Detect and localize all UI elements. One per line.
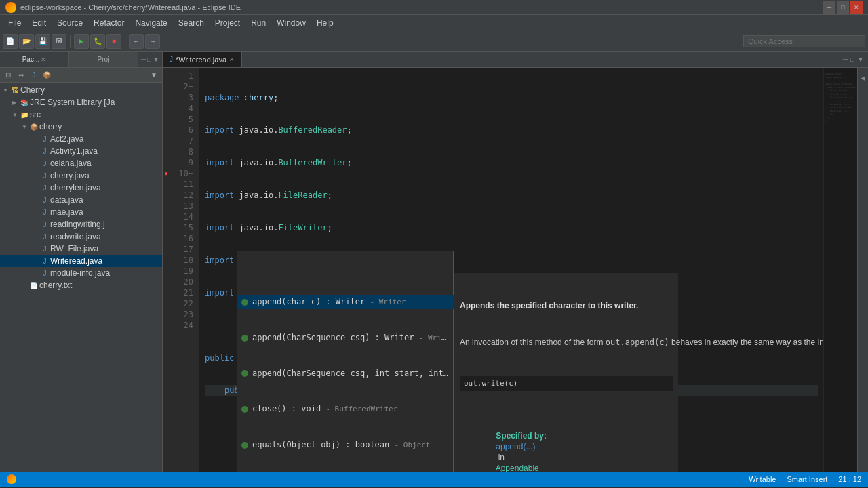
main-layout: Pac... ✕ Proj ─ □ ▼ ⊟ ⇔ J 📦 ▼ ▼ 🏗 Cherry <box>0 52 868 472</box>
toolbar-sep1 <box>70 35 71 48</box>
doc-code-example: out.write(c) <box>460 376 673 391</box>
menu-help[interactable]: Help <box>311 17 339 29</box>
tree-item-readingwriting[interactable]: J readingwriting.j <box>0 218 162 230</box>
save-button[interactable]: 💾 <box>35 34 50 49</box>
menu-navigate[interactable]: Navigate <box>130 17 172 29</box>
title-bar: eclipse-workspace - Cherry/src/cherry/Wr… <box>0 0 868 15</box>
open-button[interactable]: 📂 <box>19 34 34 49</box>
tab-close-icon[interactable]: ✕ <box>229 56 235 63</box>
tab-icon: J <box>170 56 173 63</box>
tree-item-readwrite[interactable]: J readwrite.java <box>0 230 162 243</box>
sidebar-minimize-icon[interactable]: ─ <box>141 56 146 63</box>
smart-insert-status: Smart Insert <box>787 475 827 483</box>
editor-content: ● 1 2─ 3 4 5 6 7 8 9 10─ 11 12 13 14 15 … <box>163 68 868 472</box>
autocomplete-list: append(char c) : Writer - Writer append(… <box>237 273 454 472</box>
tree-item-cherrylen[interactable]: J cherrylen.java <box>0 182 162 194</box>
tree-item-celana[interactable]: J celana.java <box>0 157 162 169</box>
status-bar-left <box>7 474 16 484</box>
next-button[interactable]: → <box>145 34 160 49</box>
menu-run[interactable]: Run <box>245 17 271 29</box>
sidebar-view-icon[interactable]: ▼ <box>149 70 159 81</box>
menu-file[interactable]: File <box>3 17 26 29</box>
tree-item-module-info[interactable]: J module-info.java <box>0 267 162 279</box>
ac-item-2[interactable]: append(CharSequence csq, int start, int … <box>237 367 454 380</box>
error-marker: ● <box>163 168 172 179</box>
tree-item-cherry-root[interactable]: ▼ 🏗 Cherry <box>0 84 162 96</box>
editor-tabs: J *Writeread.java ✕ ─ □ ▼ <box>163 52 868 68</box>
code-area[interactable]: package cherry; import java.io.BufferedR… <box>199 68 823 472</box>
tree-item-act2[interactable]: J Act2.java <box>0 133 162 145</box>
right-panel-expand[interactable]: ◀ <box>859 73 868 83</box>
toolbar-sep2 <box>125 35 125 48</box>
left-gutter: ● <box>163 68 172 472</box>
ac-item-4[interactable]: equals(Object obj) : boolean - Object <box>237 438 454 452</box>
ac-item-0[interactable]: append(char c) : Writer - Writer <box>237 295 454 309</box>
editor-area: J *Writeread.java ✕ ─ □ ▼ <box>163 52 868 472</box>
editor-minimize-icon[interactable]: ─ <box>843 56 848 63</box>
sidebar-tabs: Pac... ✕ Proj ─ □ ▼ <box>0 52 162 68</box>
new-package-icon[interactable]: 📦 <box>41 70 52 81</box>
stop-button[interactable]: ■ <box>106 34 121 49</box>
tree-item-rwfile[interactable]: J RW_File.java <box>0 243 162 255</box>
sidebar: Pac... ✕ Proj ─ □ ▼ ⊟ ⇔ J 📦 ▼ ▼ 🏗 Cherry <box>0 52 163 472</box>
sidebar-maximize-icon[interactable]: □ <box>147 56 151 63</box>
editor-tab-writeread[interactable]: J *Writeread.java ✕ <box>163 52 242 67</box>
debug-button[interactable]: 🐛 <box>90 34 105 49</box>
menu-project[interactable]: Project <box>210 17 245 29</box>
eclipse-logo <box>5 2 16 13</box>
menu-search[interactable]: Search <box>173 17 210 29</box>
code-line-4: import java.io.FileReader; <box>205 190 818 201</box>
prev-button[interactable]: ← <box>129 34 144 49</box>
new-java-icon[interactable]: J <box>28 70 39 81</box>
status-bar: Writable Smart Insert 21 : 12 <box>0 472 868 487</box>
writable-status: Writable <box>749 475 776 483</box>
editor-maximize-icon[interactable]: □ <box>850 56 854 63</box>
close-button[interactable]: ✕ <box>850 1 863 14</box>
run-button[interactable]: ▶ <box>74 34 89 49</box>
project-explorer-tab[interactable]: Proj <box>69 52 138 67</box>
tree-item-src[interactable]: ▼ 📁 src <box>0 108 162 121</box>
doc-specified-by: Specified by: append(...) in Appendable <box>460 420 673 472</box>
autocomplete-popup[interactable]: append(char c) : Writer - Writer append(… <box>237 251 454 472</box>
collapse-all-icon[interactable]: ⊟ <box>3 70 14 81</box>
menu-edit[interactable]: Edit <box>26 17 52 29</box>
minimize-button[interactable]: ─ <box>823 1 835 14</box>
editor-view-menu-icon[interactable]: ▼ <box>857 56 864 63</box>
code-line-3: import java.io.BufferedWriter; <box>205 157 818 168</box>
menu-bar: File Edit Source Refactor Navigate Searc… <box>0 15 868 31</box>
ac-item-3[interactable]: close() : void - BufferedWriter <box>237 402 454 416</box>
tree-item-cherry-pkg[interactable]: ▼ 📦 cherry <box>0 121 162 133</box>
tree-item-data[interactable]: J data.java <box>0 194 162 206</box>
doc-title: Appends the specified character to this … <box>460 300 673 311</box>
tree-item-activity1[interactable]: J Activity1.java <box>0 145 162 157</box>
save-all-button[interactable]: 🖫 <box>52 34 66 49</box>
quick-access-input[interactable] <box>743 35 865 47</box>
ac-item-1[interactable]: append(CharSequence csq) : Writer - Writ… <box>237 331 454 345</box>
menu-refactor[interactable]: Refactor <box>88 17 130 29</box>
maximize-button[interactable]: □ <box>837 1 849 14</box>
sidebar-view-menu-icon[interactable]: ▼ <box>153 56 159 63</box>
right-panel: ◀ <box>857 68 868 472</box>
new-button[interactable]: 📄 <box>3 34 18 49</box>
menu-window[interactable]: Window <box>271 17 311 29</box>
autocomplete-content: append(char c) : Writer - Writer append(… <box>237 273 453 472</box>
tree-item-cherry-java[interactable]: J cherry.java <box>0 169 162 182</box>
tab-label: *Writeread.java <box>176 56 226 64</box>
link-editor-icon[interactable]: ⇔ <box>16 70 26 81</box>
sidebar-toolbar: ⊟ ⇔ J 📦 ▼ <box>0 68 162 83</box>
tree-item-cherry-txt[interactable]: 📄 cherry.txt <box>0 279 162 291</box>
appendable-link[interactable]: append(...) <box>496 442 535 451</box>
close-tab-icon[interactable]: ✕ <box>41 56 46 63</box>
line-numbers: 1 2─ 3 4 5 6 7 8 9 10─ 11 12 13 14 15 16… <box>172 68 199 472</box>
menu-source[interactable]: Source <box>52 17 88 29</box>
code-line-1: package cherry; <box>205 92 818 103</box>
autocomplete-doc: Appends the specified character to this … <box>454 273 678 472</box>
tree-item-writeread[interactable]: J Writeread.java <box>0 255 162 267</box>
tree-item-mae[interactable]: J mae.java <box>0 206 162 218</box>
doc-desc: An invocation of this method of the form… <box>460 337 673 348</box>
tree-item-jre[interactable]: ▶ 📚 JRE System Library [Ja <box>0 96 162 108</box>
title-text: eclipse-workspace - Cherry/src/cherry/Wr… <box>20 3 241 12</box>
toolbar: 📄 📂 💾 🖫 ▶ 🐛 ■ ← → <box>0 31 868 52</box>
package-explorer-tab[interactable]: Pac... ✕ <box>0 52 69 67</box>
code-line-5: import java.io.FileWriter; <box>205 222 818 233</box>
